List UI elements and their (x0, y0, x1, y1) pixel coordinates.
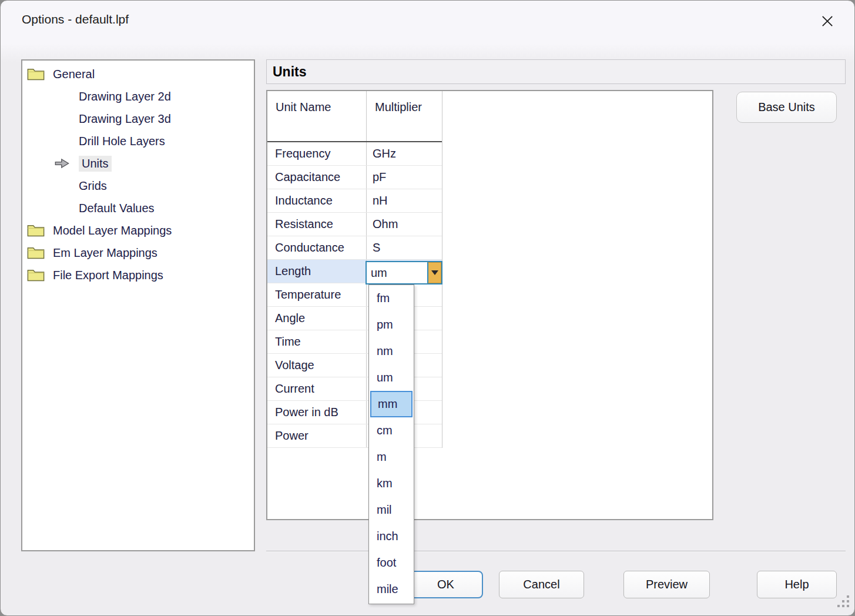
dropdown-option-label: cm (377, 424, 393, 437)
dropdown-option-label: inch (377, 530, 398, 543)
table-row-inductance[interactable]: InductancenH (267, 189, 442, 213)
unit-name-cell: Temperature (267, 283, 367, 306)
multiplier-cell[interactable]: nH (367, 189, 442, 212)
dropdown-option-label: mil (377, 503, 392, 517)
units-table-panel: Unit Name Multiplier FrequencyGHzCapacit… (266, 90, 713, 520)
dropdown-option-nm[interactable]: nm (369, 338, 414, 364)
dropdown-arrow-icon (431, 270, 438, 275)
unit-name-cell: Inductance (267, 189, 367, 212)
tree-item-label: Drill Hole Layers (79, 135, 165, 148)
table-row-frequency[interactable]: FrequencyGHz (267, 142, 442, 166)
tree-item-label: Model Layer Mappings (53, 224, 172, 237)
column-header-unit-name: Unit Name (267, 91, 367, 141)
folder-icon (27, 66, 45, 82)
unit-name-text: Resistance (275, 217, 333, 231)
column-header-multiplier: Multiplier (367, 91, 442, 141)
tree-item-general[interactable]: General (22, 63, 254, 85)
base-units-button[interactable]: Base Units (736, 92, 837, 123)
multiplier-text: Ohm (373, 217, 398, 231)
length-multiplier-combobox[interactable]: um (366, 261, 442, 284)
unit-name-text: Conductance (275, 241, 344, 255)
unit-name-cell: Angle (267, 307, 367, 330)
tree-item-label: Drawing Layer 3d (79, 112, 171, 126)
unit-name-cell: Power (267, 424, 367, 447)
multiplier-text: GHz (373, 147, 396, 160)
dropdown-option-inch[interactable]: inch (369, 523, 414, 550)
tree-item-default-values[interactable]: Default Values (22, 197, 254, 219)
tree-item-drawing-layer-3d[interactable]: Drawing Layer 3d (22, 108, 254, 130)
resize-grip[interactable] (837, 595, 850, 608)
table-row-resistance[interactable]: ResistanceOhm (267, 213, 442, 236)
close-button[interactable] (817, 12, 837, 32)
dialog-title: Options - default.lpf (22, 12, 129, 26)
tree-item-label: Em Layer Mappings (53, 246, 157, 260)
unit-name-cell: Length (267, 260, 367, 283)
preview-button[interactable]: Preview (623, 571, 710, 598)
multiplier-cell[interactable]: GHz (367, 142, 442, 165)
dropdown-option-mile[interactable]: mile (369, 576, 414, 602)
unit-name-cell: Capacitance (267, 166, 367, 189)
table-row-time[interactable]: Time (267, 330, 442, 354)
tree-item-model-layer-mappings[interactable]: Model Layer Mappings (22, 219, 254, 242)
multiplier-cell[interactable]: pF (367, 166, 442, 189)
dropdown-option-label: km (377, 477, 393, 490)
dropdown-option-foot[interactable]: foot (369, 550, 414, 576)
combobox-value[interactable]: um (367, 262, 427, 283)
options-category-tree: GeneralDrawing Layer 2dDrawing Layer 3dD… (21, 59, 255, 551)
tree-item-label: Units (79, 156, 112, 172)
tree-item-drill-hole-layers[interactable]: Drill Hole Layers (22, 130, 254, 152)
dropdown-option-mil[interactable]: mil (369, 497, 414, 523)
combobox-dropdown-button[interactable] (427, 262, 441, 283)
dropdown-option-mm[interactable]: mm (370, 391, 413, 417)
dropdown-option-label: m (377, 450, 387, 464)
tree-item-grids[interactable]: Grids (22, 175, 254, 197)
dropdown-option-label: mm (378, 397, 397, 411)
multiplier-text: nH (373, 194, 388, 207)
unit-name-cell: Current (267, 377, 367, 400)
ok-button[interactable]: OK (408, 571, 483, 598)
tree-item-label: File Export Mappings (53, 269, 163, 282)
page-title: Units (266, 59, 846, 84)
tree-item-file-export-mappings[interactable]: File Export Mappings (22, 264, 254, 286)
dropdown-option-fm[interactable]: fm (369, 285, 414, 312)
tree-item-drawing-layer-2d[interactable]: Drawing Layer 2d (22, 85, 254, 108)
unit-name-text: Power (275, 429, 309, 443)
multiplier-cell[interactable]: S (367, 236, 442, 259)
table-row-power-in-db[interactable]: Power in dB (267, 401, 442, 424)
cancel-button[interactable]: Cancel (499, 571, 584, 598)
multiplier-cell[interactable]: Ohm (367, 213, 442, 236)
table-row-temperature[interactable]: Temperature (267, 283, 442, 307)
dropdown-option-km[interactable]: km (369, 470, 414, 497)
dropdown-option-label: nm (377, 344, 393, 358)
dropdown-option-label: mile (377, 582, 398, 596)
dropdown-option-label: foot (377, 556, 396, 570)
dropdown-option-pm[interactable]: pm (369, 312, 414, 338)
unit-name-text: Frequency (275, 147, 331, 160)
unit-name-cell: Time (267, 330, 367, 353)
tree-item-em-layer-mappings[interactable]: Em Layer Mappings (22, 242, 254, 264)
unit-name-cell: Conductance (267, 236, 367, 259)
unit-name-text: Inductance (275, 194, 333, 207)
tree-item-label: General (53, 68, 95, 81)
tree-item-label: Drawing Layer 2d (79, 90, 171, 103)
table-row-voltage[interactable]: Voltage (267, 354, 442, 377)
dropdown-option-m[interactable]: m (369, 444, 414, 470)
table-row-angle[interactable]: Angle (267, 307, 442, 330)
table-row-capacitance[interactable]: CapacitancepF (267, 166, 442, 189)
tree-item-units[interactable]: Units (22, 152, 254, 175)
folder-icon (27, 267, 45, 283)
table-row-conductance[interactable]: ConductanceS (267, 236, 442, 260)
multiplier-text: S (373, 241, 380, 255)
multiplier-text: pF (373, 170, 386, 184)
folder-icon (27, 245, 45, 260)
tree-item-label: Grids (79, 179, 107, 193)
dropdown-option-um[interactable]: um (369, 364, 414, 391)
table-row-current[interactable]: Current (267, 377, 442, 401)
dropdown-option-label: fm (377, 292, 390, 305)
dropdown-option-cm[interactable]: cm (369, 417, 414, 444)
table-row-power[interactable]: Power (267, 424, 442, 448)
dropdown-option-label: um (377, 371, 393, 384)
table-header-row: Unit Name Multiplier (267, 91, 442, 142)
unit-name-text: Angle (275, 312, 305, 325)
help-button[interactable]: Help (757, 571, 837, 598)
